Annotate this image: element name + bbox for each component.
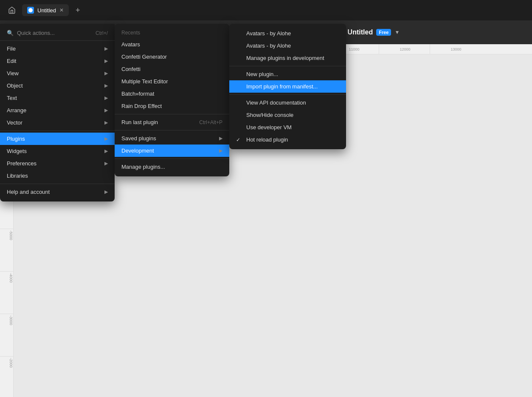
menu-divider-2 (0, 130, 115, 131)
edit-arrow: ▶ (104, 58, 108, 64)
dev-submenu: Avatars - by Alohe Avatars - by Alohe Ma… (229, 24, 346, 149)
ruler-h-mark: 12000 (379, 44, 430, 54)
main-menu-dropdown: 🔍 Quick actions... Ctrl+/ File ▶ Edit ▶ … (0, 24, 115, 201)
menu-item-arrange[interactable]: Arrange ▶ (0, 104, 115, 116)
menu-item-plugins[interactable]: Plugins ▶ (0, 133, 115, 145)
run-last-shortcut: Ctrl+Alt+P (199, 119, 222, 125)
manage-plugins[interactable]: Manage plugins... (115, 161, 229, 173)
saved-plugins-arrow: ▶ (219, 136, 222, 141)
titlebar: Untitled ✕ + (0, 0, 532, 20)
tab-close-icon[interactable]: ✕ (59, 7, 64, 13)
ruler-v-mark: -4000 (0, 271, 13, 314)
menu-search-row[interactable]: 🔍 Quick actions... Ctrl+/ (0, 27, 115, 39)
object-arrow: ▶ (104, 83, 108, 88)
dev-view-api[interactable]: View API documentation (229, 96, 346, 109)
plugin-rain-drop[interactable]: Rain Drop Effect (115, 100, 229, 112)
ruler-v-mark: -2000 (0, 356, 13, 397)
ruler-v-mark: -3000 (0, 314, 13, 356)
search-placeholder: Quick actions... (17, 30, 92, 36)
menu-item-help[interactable]: Help and account ▶ (0, 186, 115, 198)
menu-item-vector[interactable]: Vector ▶ (0, 116, 115, 129)
menu-item-object[interactable]: Object ▶ (0, 79, 115, 92)
menu-divider-1 (0, 40, 115, 41)
tab-title: Untitled (37, 7, 56, 14)
breadcrumb-title: Untitled (348, 28, 373, 36)
dev-divider-1 (229, 66, 346, 66)
development-item[interactable]: Development ▶ (115, 145, 229, 157)
plugins-arrow: ▶ (104, 136, 108, 142)
add-tab-button[interactable]: + (72, 4, 84, 17)
tab-figma-icon (27, 7, 34, 14)
svg-point-0 (28, 8, 33, 12)
dev-divider-2 (229, 94, 346, 95)
run-last-plugin[interactable]: Run last plugin Ctrl+Alt+P (115, 116, 229, 128)
dev-hot-reload[interactable]: ✓ Hot reload plugin (229, 133, 346, 146)
menu-item-widgets[interactable]: Widgets ▶ (0, 145, 115, 157)
dev-show-hide-console[interactable]: Show/Hide console (229, 109, 346, 121)
file-arrow: ▶ (104, 46, 108, 51)
menu-item-libraries[interactable]: Libraries (0, 170, 115, 182)
dev-import-plugin[interactable]: Import plugin from manifest... (229, 80, 346, 93)
plugin-multiple-text-editor[interactable]: Multiple Text Editor (115, 75, 229, 88)
breadcrumb-chevron[interactable]: ▼ (394, 29, 400, 35)
submenu-divider-2 (115, 130, 229, 130)
arrange-arrow: ▶ (104, 108, 108, 113)
preferences-arrow: ▶ (104, 161, 108, 166)
submenu-divider-1 (115, 114, 229, 114)
help-arrow: ▶ (104, 189, 108, 195)
free-badge: Free (376, 29, 391, 36)
widgets-arrow: ▶ (104, 148, 108, 154)
menu-item-text[interactable]: Text ▶ (0, 92, 115, 104)
home-button[interactable] (5, 3, 19, 17)
menu-divider-3 (0, 184, 115, 184)
plugins-submenu: Recents Avatars Confetti Generator Confe… (115, 24, 229, 176)
submenu-divider-3 (115, 159, 229, 159)
menu-item-view[interactable]: View ▶ (0, 67, 115, 79)
search-icon: 🔍 (7, 30, 14, 36)
search-shortcut: Ctrl+/ (96, 30, 108, 36)
plugin-confetti[interactable]: Confetti (115, 63, 229, 75)
ruler-h-mark: 13000 (430, 44, 481, 54)
text-arrow: ▶ (104, 95, 108, 101)
menu-item-edit[interactable]: Edit ▶ (0, 55, 115, 67)
development-arrow: ▶ (219, 148, 222, 153)
menu-item-file[interactable]: File ▶ (0, 43, 115, 55)
saved-plugins[interactable]: Saved plugins ▶ (115, 132, 229, 145)
dev-manage-plugins[interactable]: Manage plugins in development (229, 52, 346, 64)
active-tab[interactable]: Untitled ✕ (22, 4, 69, 16)
plugin-avatars[interactable]: Avatars (115, 38, 229, 51)
dev-new-plugin[interactable]: New plugin... (229, 68, 346, 80)
vector-arrow: ▶ (104, 120, 108, 125)
dev-use-developer-vm[interactable]: Use developer VM (229, 121, 346, 133)
ruler-v-mark: -5000 (0, 229, 13, 271)
recents-label: Recents (115, 27, 229, 38)
menu-item-preferences[interactable]: Preferences ▶ (0, 157, 115, 170)
checkmark-9: ✓ (236, 137, 243, 143)
view-arrow: ▶ (104, 71, 108, 76)
dev-avatars-1[interactable]: Avatars - by Alohe (229, 27, 346, 40)
plugin-confetti-generator[interactable]: Confetti Generator (115, 51, 229, 63)
plugin-batch-format[interactable]: Batch»format (115, 88, 229, 100)
dev-avatars-2[interactable]: Avatars - by Alohe (229, 40, 346, 52)
